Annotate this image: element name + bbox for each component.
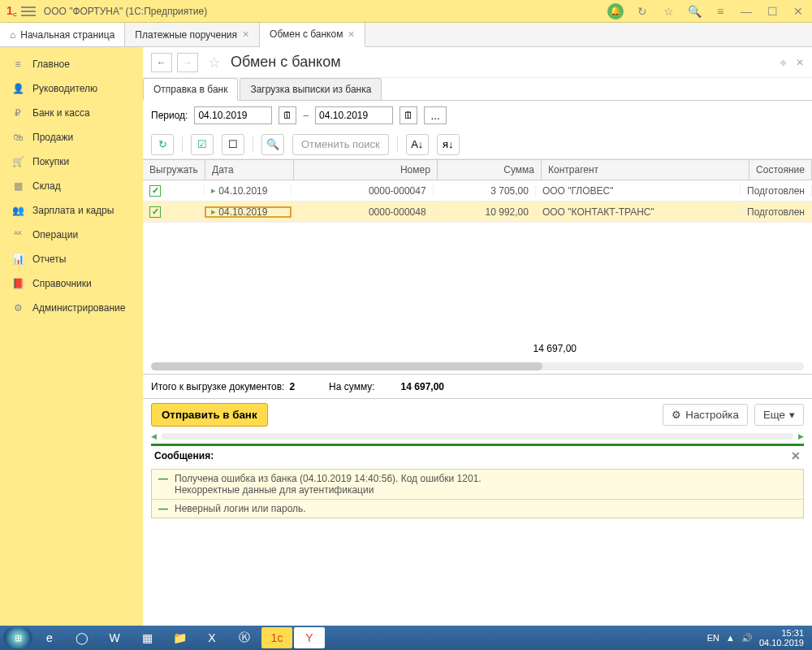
taskbar-excel-icon[interactable]: X (197, 627, 227, 648)
table-row[interactable]: ✓ ▸ 04.10.2019 0000-000048 10 992,00 ООО… (143, 202, 812, 223)
taskbar-yandex-icon[interactable]: Y (294, 627, 325, 648)
checkbox[interactable]: ✓ (149, 206, 161, 218)
search-icon[interactable]: 🔍 (687, 4, 702, 19)
messages-box: — Получена ошибка из банка (04.10.2019 1… (151, 469, 804, 518)
tab-home[interactable]: ⌂ Начальная страница (0, 23, 125, 46)
col-sum[interactable]: Сумма (438, 160, 542, 180)
sidebar-item[interactable]: ⚙Администрирование (0, 296, 143, 320)
sidebar-label: Операции (32, 229, 78, 240)
col-export[interactable]: Выгружать (143, 160, 205, 180)
send-to-bank-button[interactable]: Отправить в банк (151, 403, 268, 427)
subtab-load[interactable]: Загрузка выписки из банка (240, 78, 382, 100)
settings-button[interactable]: ⚙Настройка (663, 404, 748, 426)
maximize-icon[interactable]: ☐ (765, 4, 780, 19)
tray-flag-icon[interactable]: ▲ (726, 633, 735, 643)
period-label: Период: (151, 110, 188, 121)
chevron-down-icon: ▾ (789, 409, 795, 421)
calendar-icon[interactable]: 🗓 (400, 106, 417, 124)
cancel-search-button[interactable]: Отменить поиск (292, 134, 389, 155)
summary-count: 2 (289, 381, 295, 392)
sidebar-item[interactable]: 🛍Продажи (0, 125, 143, 150)
hamburger-icon[interactable] (21, 6, 36, 16)
col-date[interactable]: Дата (205, 160, 294, 180)
date-to-input[interactable]: 04.10.2019 (315, 106, 393, 124)
message-item[interactable]: — Неверный логин или пароль. (152, 499, 803, 518)
page-close-icon[interactable]: ✕ (796, 57, 804, 68)
taskbar-chrome-icon[interactable]: ◯ (67, 627, 97, 648)
clock[interactable]: 15:31 04.10.2019 (759, 628, 804, 648)
sidebar: ≡Главное👤Руководителю₽Банк и касса🛍Прода… (0, 47, 143, 626)
favorite-icon[interactable]: ☆ (208, 54, 221, 72)
sidebar-icon: 🛍 (11, 132, 24, 143)
sidebar-item[interactable]: ▦Склад (0, 174, 143, 198)
taskbar-app-icon[interactable]: ▦ (132, 627, 162, 648)
bell-icon[interactable]: 🔔 (607, 3, 624, 20)
language-indicator[interactable]: EN (707, 633, 719, 643)
period-picker-button[interactable]: ... (424, 106, 447, 124)
message-item[interactable]: — Получена ошибка из банка (04.10.2019 1… (152, 470, 803, 499)
uncheck-all-button[interactable]: ☐ (222, 134, 244, 155)
taskbar-word-icon[interactable]: W (99, 627, 130, 648)
sidebar-label: Банк и касса (32, 107, 90, 119)
sidebar-label: Зарплата и кадры (32, 205, 114, 216)
start-button[interactable]: ⊞ (3, 627, 32, 648)
history-icon[interactable]: ↻ (635, 4, 650, 19)
h-scrollbar[interactable] (143, 359, 812, 374)
sidebar-label: Руководителю (32, 83, 97, 94)
sidebar-icon: ⚙ (11, 302, 24, 314)
summary-label: Итого к выгрузке документов: (151, 381, 284, 392)
messages-close-icon[interactable]: ✕ (791, 449, 801, 462)
sidebar-label: Справочники (32, 278, 92, 289)
date-from-input[interactable]: 04.10.2019 (194, 106, 272, 124)
sidebar-item[interactable]: 🛒Покупки (0, 150, 143, 174)
taskbar-1c-icon[interactable]: 1с (261, 627, 292, 648)
checkbox[interactable]: ✓ (149, 185, 161, 197)
nav-forward-button[interactable]: → (177, 53, 198, 72)
sidebar-item[interactable]: ≡Главное (0, 52, 143, 76)
document-icon: ▸ (211, 206, 216, 217)
sort-asc-button[interactable]: A↓ (406, 134, 429, 155)
tab-payment-orders[interactable]: Платежные поручения ✕ (125, 23, 260, 46)
find-button[interactable]: 🔍 (261, 134, 284, 155)
calendar-icon[interactable]: 🗓 (279, 106, 296, 124)
sidebar-icon: 👤 (11, 83, 24, 94)
star-icon[interactable]: ☆ (661, 4, 676, 19)
more-button[interactable]: Еще ▾ (754, 404, 804, 426)
sidebar-label: Отчеты (32, 254, 66, 265)
sidebar-label: Покупки (32, 156, 69, 167)
taskbar-ie-icon[interactable]: e (34, 627, 65, 648)
tab-close-icon[interactable]: ✕ (242, 29, 249, 40)
link-icon[interactable]: ⎆ (780, 57, 786, 68)
sort-desc-button[interactable]: я↓ (437, 134, 460, 155)
summary-total: 14 697,00 (401, 381, 444, 392)
subtab-send[interactable]: Отправка в банк (143, 78, 238, 101)
grid-header: Выгружать Дата Номер Сумма Контрагент Со… (143, 159, 812, 180)
sidebar-item[interactable]: ᴬᴷОперации (0, 223, 143, 247)
sidebar-icon: 📊 (11, 254, 24, 265)
check-all-button[interactable]: ☑ (191, 134, 214, 155)
taskbar-k-icon[interactable]: Ⓚ (229, 627, 260, 648)
messages-header: Сообщения: ✕ (143, 446, 812, 466)
taskbar-folder-icon[interactable]: 📁 (164, 627, 195, 648)
sub-tabs: Отправка в банк Загрузка выписки из банк… (143, 78, 812, 101)
table-row[interactable]: ✓ ▸ 04.10.2019 0000-000047 3 705,00 ООО … (143, 180, 812, 202)
refresh-button[interactable]: ↻ (151, 134, 174, 155)
nav-back-button[interactable]: ← (151, 53, 172, 72)
splitter[interactable]: ◀ ▶ (143, 431, 812, 442)
tab-bank-exchange[interactable]: Обмен с банком ✕ (260, 23, 365, 47)
sidebar-item[interactable]: 👥Зарплата и кадры (0, 198, 143, 223)
minimize-icon[interactable]: — (739, 4, 754, 19)
sidebar-item[interactable]: ₽Банк и касса (0, 101, 143, 125)
sidebar-icon: ᴬᴷ (11, 229, 24, 240)
filter-icon[interactable]: ≡ (713, 4, 728, 19)
col-contractor[interactable]: Контрагент (542, 160, 749, 180)
col-state[interactable]: Состояние (749, 160, 812, 180)
messages-title: Сообщения: (154, 450, 214, 462)
col-number[interactable]: Номер (294, 160, 438, 180)
tab-close-icon[interactable]: ✕ (348, 29, 355, 40)
sidebar-item[interactable]: 📊Отчеты (0, 247, 143, 271)
sidebar-item[interactable]: 👤Руководителю (0, 76, 143, 101)
tray-volume-icon[interactable]: 🔊 (741, 633, 753, 644)
sidebar-item[interactable]: 📕Справочники (0, 271, 143, 296)
close-icon[interactable]: ✕ (791, 4, 806, 19)
